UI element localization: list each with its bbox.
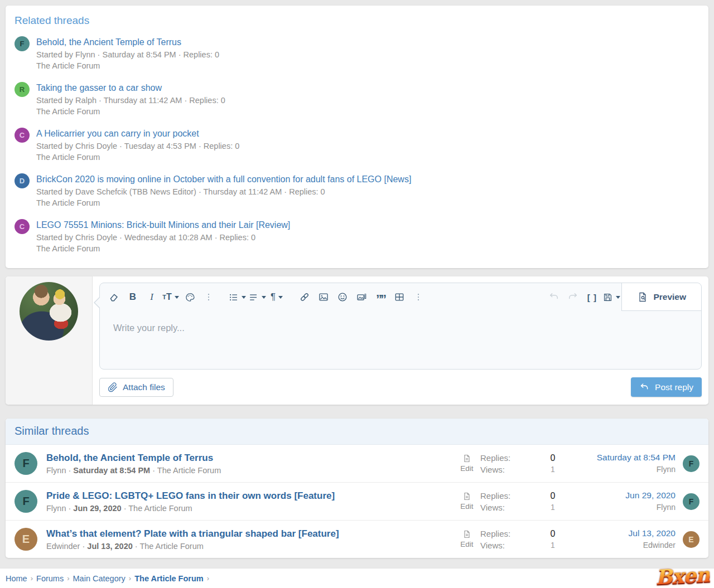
forum-page: Related threads F Behold, the Ancient Te… [0,0,714,588]
reply-editor-section: B I TT [6,276,708,405]
thread-title-link[interactable]: What’s that element? Plate with a triang… [46,528,454,540]
italic-button[interactable]: I [142,288,161,307]
replies-count: 0 [517,452,588,464]
alignment-button[interactable] [247,288,267,307]
link-icon [299,291,310,303]
drafts-button[interactable] [601,288,621,307]
thread-forum: · The Article Forum [152,466,221,475]
views-label: Views: [480,502,517,513]
related-thread-item: C LEGO 75551 Minions: Brick-built Minion… [15,219,699,254]
vertical-ellipsis-icon [204,292,214,302]
text-color-button[interactable] [180,288,199,307]
user-letter-avatar[interactable]: F [15,490,37,513]
attach-files-button[interactable]: Attach files [99,378,173,397]
vertical-ellipsis-icon [413,292,423,302]
related-threads-title: Related threads [15,14,699,27]
similar-thread-row: F Behold, the Ancient Temple of Terrus F… [6,445,708,483]
save-icon [602,292,613,303]
thread-forum: The Article Forum [36,106,225,117]
similar-thread-row: E What’s that element? Plate with a tria… [6,521,708,558]
thread-title-link[interactable]: Behold, the Ancient Temple of Terrus [36,36,219,48]
user-letter-avatar[interactable]: E [15,528,37,551]
thread-title-link[interactable]: Taking the gasser to a car show [36,82,225,94]
thread-title-link[interactable]: A Helicarrier you can carry in your pock… [36,128,239,139]
current-user-avatar[interactable] [20,282,78,341]
views-count: 1 [517,464,588,475]
breadcrumb-forums[interactable]: Forums [36,574,64,583]
views-count: 1 [517,540,588,551]
align-left-icon [248,292,259,303]
document-icon [462,492,471,501]
user-letter-avatar[interactable]: D [15,173,30,188]
list-button[interactable] [227,288,247,307]
last-poster-avatar[interactable]: F [683,455,699,472]
user-letter-avatar[interactable]: F [15,452,37,475]
insert-image-button[interactable] [314,288,333,307]
replies-count: 0 [517,528,588,540]
breadcrumb-article-forum[interactable]: The Article Forum [134,574,204,583]
more-insert-button[interactable] [409,288,428,307]
insert-media-button[interactable] [352,288,371,307]
thread-title-link[interactable]: Pride & LEGO: LGBTQ+ LEGO fans in their … [46,490,454,502]
breadcrumb-bar: Home › Forums › Main Category › The Arti… [0,568,714,588]
more-formatting-button[interactable] [199,288,218,307]
user-letter-avatar[interactable]: C [15,128,30,143]
thread-forum: The Article Forum [36,197,411,208]
views-count: 1 [517,502,588,513]
post-reply-button[interactable]: Post reply [631,377,702,397]
dropdown-caret-icon [175,296,179,299]
breadcrumb-home[interactable]: Home [6,574,27,583]
similar-thread-row: F Pride & LEGO: LGBTQ+ LEGO fans in thei… [6,483,708,521]
thread-forum: The Article Forum [36,243,290,254]
replies-label: Replies: [480,490,517,502]
document-icon [462,529,471,539]
thread-meta: Started by Chris Doyle · Tuesday at 4:53… [36,140,239,152]
preview-icon [637,291,648,303]
thread-title-link[interactable]: BrickCon 2020 is moving online in Octobe… [36,173,411,185]
chevron-right-icon: › [129,574,131,582]
related-thread-item: D BrickCon 2020 is moving online in Octo… [15,173,699,208]
insert-link-button[interactable] [295,288,314,307]
reply-input[interactable]: Write your reply... [100,311,701,369]
paragraph-format-button[interactable]: ¶ [267,288,286,307]
related-thread-item: C A Helicarrier you can carry in your po… [15,128,699,163]
chevron-right-icon: › [67,574,69,582]
smiley-icon [337,291,348,303]
bold-button[interactable]: B [123,288,142,307]
redo-button[interactable] [563,288,582,307]
preview-button[interactable]: Preview [621,283,701,311]
last-post-date-link[interactable]: Jun 29, 2020 [588,489,676,501]
editor-avatar-column [6,276,93,405]
font-size-button[interactable]: TT [161,288,180,307]
thread-title-link[interactable]: Behold, the Ancient Temple of Terrus [46,453,454,464]
palette-icon [185,292,195,303]
thread-forum: The Article Forum [36,152,239,163]
last-post-date-link[interactable]: Saturday at 8:54 PM [588,451,676,463]
edit-thread-button[interactable]: Edit [454,529,480,549]
edit-thread-button[interactable]: Edit [454,454,480,473]
thread-date: Saturday at 8:54 PM [73,466,150,475]
last-post-date-link[interactable]: Jul 13, 2020 [588,527,676,539]
edit-thread-button[interactable]: Edit [454,492,480,511]
insert-table-button[interactable] [390,288,409,307]
replies-count: 0 [517,490,588,502]
user-letter-avatar[interactable]: F [15,36,30,51]
document-icon [462,454,471,463]
thread-title-link[interactable]: LEGO 75551 Minions: Brick-built Minions … [36,219,290,231]
insert-quote-button[interactable]: ”” [371,288,390,307]
gallery-icon [356,291,368,303]
breadcrumb-main-category[interactable]: Main Category [73,574,126,583]
related-thread-item: F Behold, the Ancient Temple of Terrus S… [15,36,699,71]
dropdown-caret-icon [262,296,266,299]
last-poster-avatar[interactable]: F [683,493,699,510]
toggle-bbcode-button[interactable]: [ ] [582,288,601,307]
last-post-user: Edwinder [643,541,676,550]
undo-icon [548,291,559,303]
last-poster-avatar[interactable]: E [683,531,699,548]
remove-formatting-button[interactable] [104,288,123,307]
user-letter-avatar[interactable]: R [15,82,30,97]
related-threads-section: Related threads F Behold, the Ancient Te… [6,6,708,268]
user-letter-avatar[interactable]: C [15,219,30,234]
undo-button[interactable] [544,288,563,307]
insert-emoji-button[interactable] [333,288,352,307]
